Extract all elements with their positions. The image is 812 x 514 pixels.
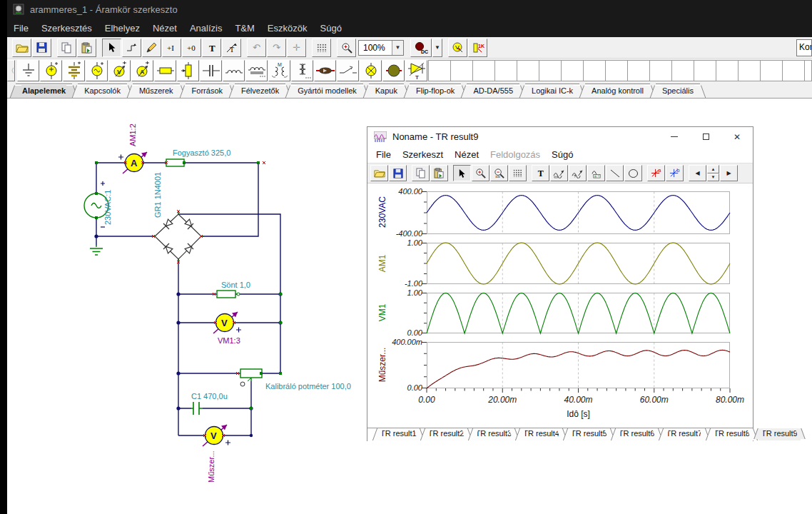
- save-button[interactable]: [32, 39, 51, 57]
- paste-button[interactable]: [77, 39, 96, 57]
- pencil-tool-button[interactable]: [142, 39, 161, 57]
- node-probe-button[interactable]: +0: [182, 39, 201, 57]
- plot-legend-button[interactable]: [587, 165, 605, 181]
- plot-paste-button[interactable]: [430, 165, 448, 181]
- tab-kapuk[interactable]: Kapuk: [369, 84, 404, 98]
- redo-button[interactable]: ↷: [267, 39, 286, 57]
- tab-logikai-ic-k[interactable]: Logikai IC-k: [525, 84, 579, 98]
- component-potentiometer-button[interactable]: [177, 60, 199, 81]
- menu-szerkesztes[interactable]: Szerkesztés: [35, 21, 98, 36]
- plot-zoom-100-button[interactable]: 100: [490, 165, 508, 181]
- component-lamp-button[interactable]: [360, 60, 382, 81]
- zoom-combo-dropdown[interactable]: ▼: [392, 41, 403, 55]
- plot-menu-szerkeszt[interactable]: Szerkeszt: [397, 148, 449, 161]
- resistor-1k-tool-button[interactable]: 1K: [468, 39, 487, 57]
- component-ac-source-button[interactable]: [86, 60, 108, 81]
- tab-tr-result6[interactable]: TR result6: [616, 428, 658, 440]
- spin-up-icon[interactable]: ▲: [707, 165, 719, 173]
- dc-dropdown-button[interactable]: ▼: [432, 39, 442, 57]
- component-motor-button[interactable]: [382, 60, 405, 81]
- menu-file[interactable]: File: [7, 21, 35, 36]
- tab-gyartoi-modellek[interactable]: Gyártói modellek: [291, 84, 363, 98]
- tab-tr-result5[interactable]: TR result5: [568, 428, 610, 440]
- tab-tr-result2[interactable]: TR result2: [425, 428, 467, 440]
- cursor-a-button[interactable]: a: [647, 165, 665, 181]
- scroll-left-button[interactable]: ◀: [689, 165, 706, 181]
- tab-tr-result1[interactable]: TR result1: [377, 428, 420, 440]
- ground-symbol[interactable]: [90, 246, 103, 255]
- close-button[interactable]: ✕: [721, 127, 753, 146]
- menu-eszkozok[interactable]: Eszközök: [261, 21, 314, 36]
- tab-tr-result9[interactable]: TR result9: [758, 428, 801, 440]
- kon-combo[interactable]: Kon: [796, 39, 812, 56]
- component-coupled-inductors-button[interactable]: M: [268, 60, 290, 81]
- scroll-right-button[interactable]: ▶: [720, 165, 738, 181]
- plot-save-button[interactable]: [389, 165, 407, 181]
- schematic-canvas[interactable]: 230VAC:1 A AM1:2 Fogyasztó 325,0: [7, 99, 812, 514]
- component-switch-button[interactable]: [337, 60, 359, 81]
- crosshair-button[interactable]: ✛: [287, 39, 306, 57]
- tab-kapcsolok[interactable]: Kapcsolók: [78, 84, 127, 98]
- plot-menu-sugo[interactable]: Súgó: [546, 148, 579, 161]
- tab-tr-result8[interactable]: TR result8: [711, 428, 753, 440]
- spin-down-icon[interactable]: ▼: [707, 173, 719, 182]
- tab-tr-result3[interactable]: TR result3: [473, 428, 515, 440]
- tab-ad-da-555[interactable]: AD-DA/555: [467, 84, 519, 98]
- tab-tr-result7[interactable]: TR result7: [664, 428, 706, 440]
- tab-felvezetok[interactable]: Félvezetők: [235, 84, 285, 98]
- component-voltage-source-button[interactable]: [40, 60, 62, 81]
- component-voltage-generator-button[interactable]: V: [108, 60, 131, 81]
- tab-specialis[interactable]: Speciális: [656, 84, 700, 98]
- component-battery-button[interactable]: [63, 60, 85, 81]
- wire-tool-button[interactable]: [122, 39, 141, 57]
- tab-muszerek[interactable]: Műszerek: [133, 84, 180, 98]
- plot-curve-query-button[interactable]: ?: [569, 165, 587, 181]
- plot-copy-button[interactable]: [412, 165, 430, 181]
- plot-text-button[interactable]: T: [532, 165, 549, 181]
- meter-tool-button[interactable]: [448, 39, 467, 57]
- tab-flip-flop-ok[interactable]: Flip-flop-ok: [410, 84, 461, 98]
- component-inductor-button[interactable]: [223, 60, 245, 81]
- copy-button[interactable]: [57, 39, 76, 57]
- tab-forrasok[interactable]: Források: [186, 84, 229, 98]
- menu-analizis[interactable]: Analízis: [183, 21, 229, 36]
- select-tool-button[interactable]: [102, 39, 121, 57]
- tab-alapelemek[interactable]: Alapelemek: [16, 84, 72, 98]
- component-resistor-button[interactable]: [154, 60, 176, 81]
- plot-window-titlebar[interactable]: Noname - TR result9 ✕: [367, 127, 753, 146]
- component-transformer-button[interactable]: [291, 60, 313, 81]
- component-iron-core-inductor-button[interactable]: [245, 60, 268, 81]
- minimize-button[interactable]: [659, 127, 690, 146]
- menu-nezet[interactable]: Nézet: [146, 21, 183, 36]
- menu-sugo[interactable]: Súgó: [314, 21, 348, 36]
- cursor-b-button[interactable]: b: [666, 165, 684, 181]
- bridge-rectifier[interactable]: [152, 211, 204, 262]
- zoom-level-combo[interactable]: 100% ▼: [358, 40, 404, 56]
- zoom-button[interactable]: [337, 39, 356, 57]
- plot-select-button[interactable]: [453, 165, 471, 181]
- dc-analysis-button[interactable]: DC: [410, 39, 432, 57]
- curve-spinner[interactable]: ▲ ▼: [707, 165, 719, 181]
- component-ammeter-button[interactable]: A: [131, 60, 153, 81]
- toolbar-collapse-handle[interactable]: 〈: [7, 60, 15, 81]
- menu-tm[interactable]: T&M: [228, 21, 260, 36]
- component-ground-button[interactable]: [17, 60, 39, 81]
- delete-text-button[interactable]: T: [222, 39, 241, 57]
- tab-tr-result4[interactable]: TR result4: [520, 428, 562, 440]
- plot-curve-pointer-button[interactable]: [550, 165, 568, 181]
- component-thyristor-button[interactable]: T: [405, 60, 427, 81]
- grid-button[interactable]: [312, 39, 331, 57]
- plot-menu-nezet[interactable]: Nézet: [449, 148, 484, 161]
- current-probe-button[interactable]: +I: [162, 39, 181, 57]
- capacitor-c1[interactable]: [191, 402, 203, 415]
- plot-line-button[interactable]: [606, 165, 624, 181]
- plot-ellipse-button[interactable]: [624, 165, 642, 181]
- load-resistor[interactable]: [166, 159, 184, 166]
- text-tool-button[interactable]: T: [202, 39, 221, 57]
- open-button[interactable]: [12, 39, 31, 57]
- component-capacitor-button[interactable]: [200, 60, 222, 81]
- menu-elhelyez[interactable]: Elhelyez: [98, 21, 146, 36]
- undo-button[interactable]: ↶: [247, 39, 266, 57]
- plot-open-button[interactable]: [370, 165, 388, 181]
- plot-zoom-in-button[interactable]: [472, 165, 489, 181]
